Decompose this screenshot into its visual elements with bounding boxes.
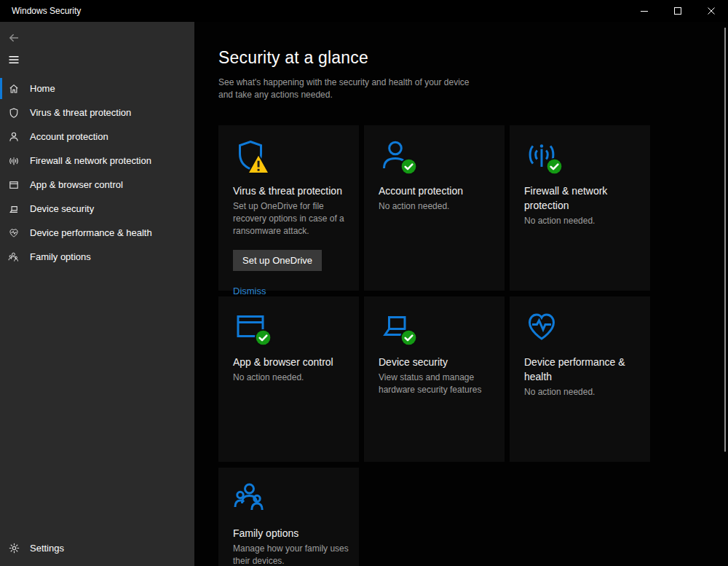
sidebar-item-label: Device security bbox=[30, 203, 94, 214]
card-body: View status and manage hardware security… bbox=[379, 372, 501, 396]
window-controls bbox=[628, 0, 728, 22]
window-title: Windows Security bbox=[12, 6, 81, 16]
sidebar-item-settings[interactable]: Settings bbox=[0, 536, 194, 560]
main-content: Security at a glance See what's happenin… bbox=[194, 22, 728, 566]
person-icon bbox=[8, 131, 20, 143]
dismiss-link[interactable]: Dismiss bbox=[233, 286, 266, 296]
check-badge-icon bbox=[400, 158, 417, 175]
settings-label: Settings bbox=[30, 543, 64, 554]
page-subtitle-line1: See what's happening with the security a… bbox=[218, 76, 470, 89]
sidebar-item-label: Family options bbox=[30, 251, 91, 262]
page-title: Security at a glance bbox=[218, 48, 368, 68]
minimize-icon bbox=[641, 7, 648, 15]
card-family-options[interactable]: Family options Manage how your family us… bbox=[218, 468, 359, 566]
card-firewall-network-protection[interactable]: Firewall & network protection No action … bbox=[510, 125, 650, 291]
sidebar-item-account-protection[interactable]: Account protection bbox=[0, 125, 194, 149]
shield-icon bbox=[233, 138, 268, 173]
sidebar-item-firewall-network-protection[interactable]: Firewall & network protection bbox=[0, 149, 194, 173]
family-icon bbox=[233, 480, 268, 515]
sidebar-item-label: Home bbox=[30, 83, 55, 94]
shield-icon bbox=[8, 107, 20, 119]
laptop-icon bbox=[379, 309, 414, 344]
card-title: Device security bbox=[379, 355, 501, 369]
maximize-button[interactable] bbox=[661, 0, 695, 22]
sidebar-item-label: Firewall & network protection bbox=[30, 155, 151, 166]
card-title: Firewall & network protection bbox=[524, 184, 646, 213]
titlebar: Windows Security bbox=[0, 0, 728, 22]
heart-pulse-icon bbox=[8, 227, 20, 239]
sidebar-item-device-security[interactable]: Device security bbox=[0, 197, 194, 221]
browser-window-icon bbox=[8, 179, 20, 191]
sidebar-item-label: Device performance & health bbox=[30, 227, 152, 238]
network-signal-icon bbox=[524, 138, 559, 173]
sidebar-item-label: App & browser control bbox=[30, 179, 123, 190]
heart-pulse-icon bbox=[524, 309, 559, 344]
sidebar-item-label: Virus & threat protection bbox=[30, 107, 131, 118]
card-body: Manage how your family uses their device… bbox=[233, 543, 355, 566]
check-badge-icon bbox=[400, 329, 417, 346]
card-title: App & browser control bbox=[233, 355, 355, 369]
back-button[interactable] bbox=[2, 26, 25, 50]
sidebar-item-home[interactable]: Home bbox=[0, 76, 194, 101]
card-virus-threat-protection[interactable]: Virus & threat protection Set up OneDriv… bbox=[218, 125, 359, 291]
card-title: Family options bbox=[233, 526, 355, 541]
check-badge-icon bbox=[255, 329, 272, 346]
card-title: Virus & threat protection bbox=[233, 184, 355, 198]
sidebar-item-app-browser-control[interactable]: App & browser control bbox=[0, 173, 194, 197]
browser-window-icon bbox=[233, 309, 268, 344]
card-body: No action needed. bbox=[233, 372, 355, 384]
maximize-icon bbox=[674, 7, 681, 15]
minimize-button[interactable] bbox=[628, 0, 661, 22]
card-body: No action needed. bbox=[524, 386, 646, 398]
sidebar: Home Virus & threat protection Account p… bbox=[0, 22, 194, 566]
set-up-onedrive-button[interactable]: Set up OneDrive bbox=[233, 250, 322, 271]
person-icon bbox=[379, 138, 414, 173]
card-account-protection[interactable]: Account protection No action needed. bbox=[364, 125, 505, 291]
network-signal-icon bbox=[8, 155, 20, 167]
card-body: No action needed. bbox=[524, 215, 646, 227]
card-app-browser-control[interactable]: App & browser control No action needed. bbox=[218, 296, 359, 462]
card-device-performance-health[interactable]: Device performance & health No action ne… bbox=[510, 296, 650, 462]
page-subtitle: See what's happening with the security a… bbox=[218, 76, 470, 101]
sidebar-item-virus-threat-protection[interactable]: Virus & threat protection bbox=[0, 101, 194, 125]
close-icon bbox=[708, 7, 715, 15]
back-arrow-icon bbox=[8, 32, 20, 44]
status-card-grid: Virus & threat protection Set up OneDriv… bbox=[218, 125, 650, 566]
hamburger-icon bbox=[8, 54, 20, 66]
family-icon bbox=[8, 251, 20, 263]
close-button[interactable] bbox=[695, 0, 728, 22]
card-title: Device performance & health bbox=[524, 355, 646, 384]
sidebar-item-family-options[interactable]: Family options bbox=[0, 245, 194, 269]
home-icon bbox=[8, 83, 20, 95]
card-title: Account protection bbox=[379, 184, 501, 198]
warning-badge-icon bbox=[247, 153, 270, 175]
gear-icon bbox=[8, 542, 20, 554]
hamburger-menu-button[interactable] bbox=[2, 48, 25, 71]
card-body: Set up OneDrive for file recovery option… bbox=[233, 200, 355, 237]
sidebar-nav: Home Virus & threat protection Account p… bbox=[0, 76, 194, 269]
sidebar-item-device-performance-health[interactable]: Device performance & health bbox=[0, 221, 194, 245]
laptop-icon bbox=[8, 203, 20, 215]
check-badge-icon bbox=[546, 158, 563, 175]
card-body: No action needed. bbox=[379, 200, 501, 213]
page-subtitle-line2: and take any actions needed. bbox=[218, 89, 470, 101]
vertical-scrollbar[interactable] bbox=[724, 28, 726, 452]
card-device-security[interactable]: Device security View status and manage h… bbox=[364, 296, 505, 462]
sidebar-item-label: Account protection bbox=[30, 131, 108, 142]
